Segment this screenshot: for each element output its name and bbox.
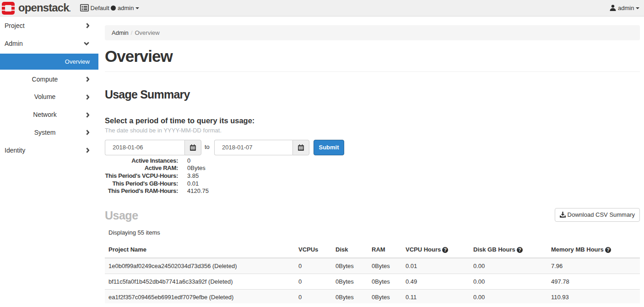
svg-text:?: ? [518,247,521,252]
svg-text:?: ? [606,247,610,252]
svg-text:?: ? [444,247,447,252]
